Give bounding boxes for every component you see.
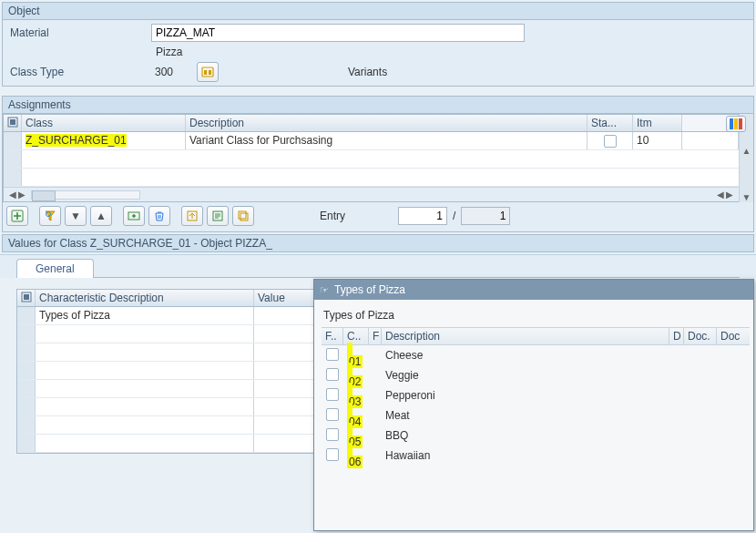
settings-button[interactable] bbox=[726, 116, 746, 132]
desc-cell: Meat bbox=[382, 407, 669, 424]
svg-rect-2 bbox=[209, 70, 211, 75]
pop-col-f2[interactable]: F bbox=[369, 328, 382, 344]
desc-cell: Cheese bbox=[382, 347, 669, 364]
tab-general[interactable]: General bbox=[16, 259, 94, 278]
assignments-panel: Assignments Class Description Sta... Itm bbox=[2, 96, 754, 232]
status-checkbox[interactable] bbox=[604, 135, 617, 148]
new-entries-button[interactable] bbox=[6, 206, 28, 226]
char-cell: Types of Pizza bbox=[36, 307, 254, 324]
row-checkbox[interactable] bbox=[326, 428, 339, 441]
material-field[interactable] bbox=[151, 24, 525, 42]
insert-row-button[interactable] bbox=[123, 206, 145, 226]
scroll-left2-icon[interactable]: ◀ bbox=[717, 190, 724, 200]
sort-asc-button[interactable]: ▲ bbox=[90, 206, 112, 226]
table-row[interactable] bbox=[4, 169, 739, 187]
tab-strip: General bbox=[0, 254, 756, 278]
row-checkbox[interactable] bbox=[326, 388, 339, 401]
svg-rect-4 bbox=[10, 119, 15, 125]
itm-cell: 10 bbox=[633, 132, 682, 149]
table-row[interactable] bbox=[4, 150, 739, 169]
svg-rect-13 bbox=[239, 211, 246, 219]
sort-desc-button[interactable]: ▼ bbox=[65, 206, 87, 226]
delete-row-button[interactable] bbox=[148, 206, 170, 226]
h-scrollbar[interactable] bbox=[31, 190, 140, 200]
object-panel-header: Object bbox=[3, 3, 753, 20]
pop-col-doc1[interactable]: Doc. bbox=[684, 328, 717, 344]
svg-rect-7 bbox=[739, 118, 742, 129]
pop-col-d[interactable]: D bbox=[669, 328, 684, 344]
class-type-f4-button[interactable] bbox=[197, 62, 219, 82]
svg-rect-1 bbox=[204, 70, 207, 75]
description-cell: Variant Class for Purchsasing bbox=[186, 132, 587, 149]
material-label: Material bbox=[10, 26, 151, 39]
select-all-icon[interactable] bbox=[7, 117, 17, 128]
popup-subtitle: Types of Pizza bbox=[322, 307, 750, 327]
class-cell: Z_SURCHARGE_01 bbox=[26, 134, 127, 147]
list-item[interactable]: 02Veggie bbox=[322, 365, 750, 385]
row-checkbox[interactable] bbox=[326, 448, 339, 461]
material-description: Pizza bbox=[156, 46, 182, 58]
filter-button[interactable] bbox=[39, 206, 61, 226]
variants-label: Variants bbox=[348, 66, 387, 78]
desc-cell: Hawaiian bbox=[382, 447, 669, 464]
copy-button[interactable] bbox=[232, 206, 254, 226]
row-checkbox[interactable] bbox=[326, 368, 339, 381]
entry-label: Entry bbox=[320, 210, 345, 222]
list-item[interactable]: 06Hawaiian bbox=[322, 446, 750, 466]
desc-cell: Veggie bbox=[382, 367, 669, 384]
list-item[interactable]: 01Cheese bbox=[322, 345, 750, 365]
pop-col-desc[interactable]: Description bbox=[382, 328, 669, 344]
entry-total bbox=[461, 207, 510, 225]
values-bar: Values for Class Z_SURCHARGE_01 - Object… bbox=[2, 234, 754, 252]
list-item[interactable]: 04Meat bbox=[322, 405, 750, 425]
desc-cell: Pepperoni bbox=[382, 387, 669, 404]
scroll-up-icon[interactable]: ▲ bbox=[742, 146, 751, 156]
svg-rect-6 bbox=[734, 118, 738, 129]
scroll-right2-icon[interactable]: ▶ bbox=[726, 190, 733, 200]
col-char-desc[interactable]: Characteristic Description bbox=[36, 290, 254, 306]
popup-titlebar[interactable]: ☞ Types of Pizza bbox=[314, 280, 753, 300]
code-cell: 06 bbox=[347, 456, 363, 468]
export-button[interactable] bbox=[181, 206, 203, 226]
search-help-icon: ☞ bbox=[320, 284, 329, 296]
popup-title-text: Types of Pizza bbox=[334, 283, 405, 296]
desc-cell: BBQ bbox=[382, 427, 669, 444]
svg-rect-14 bbox=[240, 213, 248, 220]
types-popup: ☞ Types of Pizza Types of Pizza F.. C.. … bbox=[313, 279, 754, 531]
scroll-down-icon[interactable]: ▼ bbox=[742, 192, 751, 202]
detail-button[interactable] bbox=[207, 206, 229, 226]
classtype-value: 300 bbox=[151, 66, 197, 78]
select-all-lower-icon[interactable] bbox=[21, 292, 31, 302]
assignments-header: Assignments bbox=[3, 97, 753, 114]
scroll-left-icon[interactable]: ◀ bbox=[9, 190, 16, 200]
object-panel: Object Material Pizza Class Type 300 Var… bbox=[2, 2, 754, 87]
col-description[interactable]: Description bbox=[186, 115, 587, 131]
scroll-right-icon[interactable]: ▶ bbox=[18, 190, 26, 200]
col-class[interactable]: Class bbox=[22, 115, 186, 131]
list-item[interactable]: 05BBQ bbox=[322, 425, 750, 446]
entry-sep: / bbox=[453, 210, 455, 222]
col-itm[interactable]: Itm bbox=[633, 115, 682, 131]
entry-current[interactable] bbox=[398, 207, 447, 225]
svg-rect-16 bbox=[24, 294, 29, 300]
row-checkbox[interactable] bbox=[326, 408, 339, 421]
pop-col-f1[interactable]: F.. bbox=[322, 328, 343, 344]
assignments-toolbar: ▼ ▲ Entry / bbox=[3, 202, 753, 231]
classtype-label: Class Type bbox=[10, 66, 151, 78]
svg-rect-5 bbox=[730, 118, 733, 129]
svg-rect-0 bbox=[202, 67, 213, 77]
table-row[interactable]: Z_SURCHARGE_01 Variant Class for Purchsa… bbox=[4, 132, 739, 150]
row-checkbox[interactable] bbox=[326, 348, 339, 361]
list-item[interactable]: 03Pepperoni bbox=[322, 385, 750, 405]
col-status[interactable]: Sta... bbox=[587, 115, 633, 131]
pop-col-doc2[interactable]: Doc bbox=[717, 328, 750, 344]
